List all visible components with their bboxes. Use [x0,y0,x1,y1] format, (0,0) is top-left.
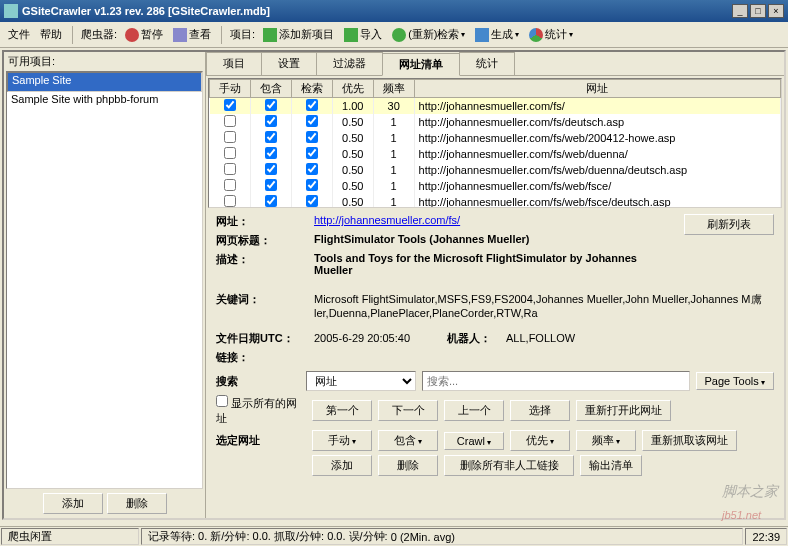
project-item[interactable]: Sample Site with phpbb-forum [7,92,202,106]
next-button[interactable]: 下一个 [378,400,438,421]
table-row[interactable]: 0.501http://johannesmueller.com/fs/web/d… [210,162,781,178]
row-checkbox[interactable] [306,99,318,111]
column-header[interactable]: 频率 [373,80,414,98]
desc-value: Tools and Toys for the Microsoft FlightS… [314,252,676,276]
keywords-value: Microsoft FlightSimulator,MSFS,FS9,FS200… [314,292,774,319]
close-button[interactable]: × [768,4,784,18]
row-checkbox[interactable] [306,115,318,127]
tab-bar: 项目 设置 过滤器 网址清单 统计 [206,52,784,76]
project-list[interactable]: Sample Site Sample Site with phpbb-forum [6,71,203,489]
show-all-checkbox[interactable]: 显示所有的网址 [216,395,306,426]
maximize-button[interactable]: □ [750,4,766,18]
selected-url-label: 选定网址 [216,433,306,448]
reopen-url-button[interactable]: 重新打开此网址 [576,400,671,421]
add-button[interactable]: 添加 [312,455,372,476]
robot-label: 机器人： [447,332,491,344]
menu-file[interactable]: 文件 [4,25,34,44]
sidebar: 可用项目: Sample Site Sample Site with phpbb… [4,52,206,518]
url-label: 网址： [216,214,306,229]
view-icon [173,28,187,42]
generate-button[interactable]: 生成 [471,25,523,44]
table-row[interactable]: 0.501http://johannesmueller.com/fs/web/2… [210,130,781,146]
recheck-button[interactable]: (重新)检索 [388,25,469,44]
menu-help[interactable]: 帮助 [36,25,66,44]
url-cell: http://johannesmueller.com/fs/web/duenna… [414,146,780,162]
stats-button[interactable]: 统计 [525,25,577,44]
column-header[interactable]: 检索 [291,80,332,98]
export-list-button[interactable]: 输出清单 [580,455,642,476]
row-checkbox[interactable] [224,163,236,175]
minimize-button[interactable]: _ [732,4,748,18]
search-input[interactable] [422,371,690,391]
priority-dropdown[interactable]: 优先 [510,430,570,451]
refresh-list-button[interactable]: 刷新列表 [684,214,774,235]
row-checkbox[interactable] [306,131,318,143]
import-icon [344,28,358,42]
title-label: 网页标题： [216,233,306,248]
select-button[interactable]: 选择 [510,400,570,421]
add-project-button[interactable]: 添加新项目 [259,25,338,44]
recrawl-url-button[interactable]: 重新抓取该网址 [642,430,737,451]
include-dropdown[interactable]: 包含 [378,430,438,451]
sidebar-delete-button[interactable]: 删除 [107,493,167,514]
row-checkbox[interactable] [224,147,236,159]
import-button[interactable]: 导入 [340,25,386,44]
row-checkbox[interactable] [265,163,277,175]
prev-button[interactable]: 上一个 [444,400,504,421]
row-checkbox[interactable] [224,99,236,111]
sidebar-add-button[interactable]: 添加 [43,493,103,514]
table-row[interactable]: 1.0030http://johannesmueller.com/fs/ [210,98,781,114]
row-checkbox[interactable] [306,163,318,175]
row-checkbox[interactable] [306,147,318,159]
row-checkbox[interactable] [224,131,236,143]
row-checkbox[interactable] [224,115,236,127]
table-row[interactable]: 0.501http://johannesmueller.com/fs/web/f… [210,178,781,194]
delete-all-auto-button[interactable]: 删除所有非人工链接 [444,455,574,476]
row-checkbox[interactable] [265,147,277,159]
row-checkbox[interactable] [265,115,277,127]
url-cell: http://johannesmueller.com/fs/ [414,98,780,114]
column-header[interactable]: 优先 [332,80,373,98]
url-link[interactable]: http://johannesmueller.com/fs/ [314,214,676,226]
row-checkbox[interactable] [265,99,277,111]
url-cell: http://johannesmueller.com/fs/deutsch.as… [414,114,780,130]
toolbar: 文件 帮助 爬虫器: 暂停 查看 项目: 添加新项目 导入 (重新)检索 生成 … [0,22,788,48]
row-checkbox[interactable] [306,195,318,207]
delete-button[interactable]: 删除 [378,455,438,476]
table-row[interactable]: 0.501http://johannesmueller.com/fs/web/f… [210,194,781,209]
plus-icon [263,28,277,42]
row-checkbox[interactable] [306,179,318,191]
links-label: 链接： [216,350,306,365]
column-header[interactable]: 包含 [250,80,291,98]
url-table[interactable]: 手动包含检索优先频率网址 1.0030http://johannesmuelle… [208,78,782,208]
title-bar: GSiteCrawler v1.23 rev. 286 [GSiteCrawle… [0,0,788,22]
view-button[interactable]: 查看 [169,25,215,44]
tab-url-list[interactable]: 网址清单 [382,53,460,76]
crawler-status: 爬虫闲置 [1,528,139,545]
pause-icon [125,28,139,42]
url-cell: http://johannesmueller.com/fs/web/duenna… [414,162,780,178]
page-tools-button[interactable]: Page Tools [696,372,774,390]
search-field-select[interactable]: 网址 [306,371,416,391]
tab-filters[interactable]: 过滤器 [316,52,383,75]
column-header[interactable]: 手动 [210,80,251,98]
table-row[interactable]: 0.501http://johannesmueller.com/fs/deuts… [210,114,781,130]
frequency-dropdown[interactable]: 频率 [576,430,636,451]
keywords-label: 关键词： [216,292,306,307]
tab-settings[interactable]: 设置 [261,52,317,75]
table-row[interactable]: 0.501http://johannesmueller.com/fs/web/d… [210,146,781,162]
status-time: 22:39 [745,528,787,545]
row-checkbox[interactable] [265,179,277,191]
row-checkbox[interactable] [224,179,236,191]
crawl-dropdown[interactable]: Crawl [444,432,504,450]
tab-project[interactable]: 项目 [206,52,262,75]
column-header[interactable]: 网址 [414,80,780,98]
manual-dropdown[interactable]: 手动 [312,430,372,451]
row-checkbox[interactable] [224,195,236,207]
tab-stats[interactable]: 统计 [459,52,515,75]
pause-button[interactable]: 暂停 [121,25,167,44]
first-button[interactable]: 第一个 [312,400,372,421]
row-checkbox[interactable] [265,195,277,207]
row-checkbox[interactable] [265,131,277,143]
project-item[interactable]: Sample Site [7,72,202,92]
